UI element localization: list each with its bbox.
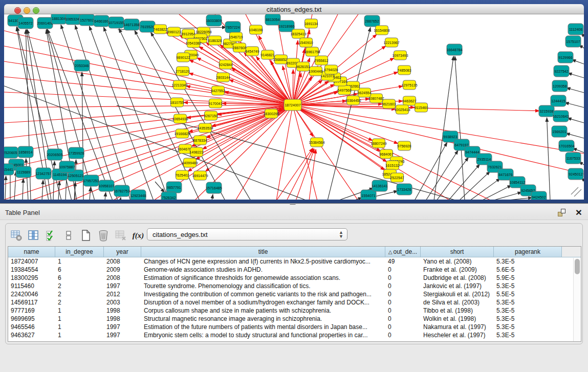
column-header-out_de[interactable]: △out_de... [385,247,421,257]
table-cell[interactable]: 5.3E-5 [494,298,562,307]
table-cell[interactable]: 1998 [104,307,141,315]
table-cell[interactable]: 0 [385,298,421,307]
column-header-short[interactable]: short [421,247,494,257]
table-cell[interactable]: Structural magnetic resonance image aver… [141,315,385,323]
table-chooser-select[interactable]: citations_edges.txt ▲▼ [147,228,347,240]
table-cell[interactable]: Estimation of significance thresholds fo… [141,274,385,282]
table-cell[interactable]: Wolkin et al. (1998) [421,315,494,323]
table-cell[interactable]: 1 [55,331,104,339]
table-cell[interactable]: 5.5E-5 [494,290,562,298]
table-cell[interactable]: Estimation of the future numbers of pati… [141,323,385,331]
table-cell[interactable]: 1 [55,323,104,331]
table-row[interactable]: 2242004622012Investigating the contribut… [8,290,581,298]
table-cell[interactable]: Tourette syndrome. Phenomenology and cla… [141,282,385,290]
table-cell[interactable]: 5.3E-5 [494,257,562,266]
table-cell[interactable]: 5.9E-5 [494,274,562,282]
table-cell[interactable]: 0 [385,323,421,331]
table-cell[interactable]: Genome-wide association studies in ADHD. [141,266,385,274]
delete-table-button[interactable] [113,228,128,243]
network-canvas[interactable]: 5413054140557220691406188130410653247152… [4,14,584,200]
table-row[interactable]: 1938455462009Genome-wide association stu… [8,266,581,274]
table-cell[interactable]: 2 [55,290,104,298]
selection-mode-button[interactable] [43,228,59,243]
table-cell[interactable]: 2003 [104,298,141,307]
table-cell[interactable]: Corpus callosum shape and size in male p… [141,307,385,315]
table-cell[interactable]: 49 [385,257,421,266]
table-cell[interactable]: 5.3E-5 [494,282,562,290]
scrollbar-thumb[interactable] [575,259,580,274]
column-header-name[interactable]: name [8,247,55,257]
column-header-pagerank[interactable]: pagerank [494,247,562,257]
table-cell[interactable]: Nakamura et al. (1997) [421,323,494,331]
table-cell[interactable]: Franke et al. (2009) [421,266,494,274]
column-visibility-button[interactable] [26,228,41,243]
table-cell[interactable]: 6 [55,266,104,274]
table-cell[interactable]: 1 [55,307,104,315]
table-cell[interactable]: 2008 [104,274,141,282]
delete-column-button[interactable] [96,228,111,243]
table-cell[interactable]: 5.6E-5 [494,266,562,274]
table-settings-button[interactable] [9,228,24,243]
table-row[interactable]: 946554611997Estimation of the future num… [8,323,581,331]
table-cell[interactable]: 0 [385,331,421,339]
table-cell[interactable]: 5.3E-5 [494,315,562,323]
table-cell[interactable]: Jankovic et al. (1997) [421,282,494,290]
table-cell[interactable]: 0 [385,290,421,298]
table-cell[interactable]: 9777169 [8,307,55,315]
table-cell[interactable]: Investigating the contribution of common… [141,290,385,298]
resize-grip[interactable] [571,187,581,196]
table-cell[interactable]: 1997 [104,282,141,290]
table-cell[interactable]: 18300295 [8,274,55,282]
function-builder-button[interactable]: f(x) [130,228,146,243]
column-header-year[interactable]: year [104,247,141,257]
table-cell[interactable]: Hescheler et al. (1997) [421,331,494,339]
table-cell[interactable]: 1997 [104,331,141,339]
row-height-button[interactable] [61,228,76,243]
table-row[interactable]: 911546021997Tourette syndrome. Phenomeno… [8,282,581,290]
column-header-title[interactable]: title [141,247,385,257]
table-cell[interactable]: Tibbo et al. (1998) [421,307,494,315]
table-cell[interactable]: 0 [385,266,421,274]
table-cell[interactable]: 19384554 [8,266,55,274]
table-cell[interactable]: 22420046 [8,290,55,298]
table-cell[interactable]: 9115460 [8,282,55,290]
create-column-button[interactable] [78,228,94,243]
table-cell[interactable]: 1 [55,257,104,266]
table-row[interactable]: 946362711997Embryonic stem cells: a mode… [8,331,581,339]
citation-network-graph[interactable]: 5413054140557220691406188130410653247152… [4,14,584,200]
table-cell[interactable]: 0 [385,282,421,290]
table-cell[interactable]: Embryonic stem cells: a model to study s… [141,331,385,339]
table-cell[interactable]: 9465546 [8,323,55,331]
table-cell[interactable]: 0 [385,315,421,323]
window-titlebar[interactable]: citations_edges.txt [4,4,584,14]
table-cell[interactable]: 1997 [104,323,141,331]
table-row[interactable]: 977716911998Corpus callosum shape and si… [8,307,581,315]
table-cell[interactable]: de Silva et al. (2003) [421,298,494,307]
table-row[interactable]: 1830029562008Estimation of significance … [8,274,581,282]
table-cell[interactable]: Stergiakouli et al. (2012) [421,290,494,298]
table-cell[interactable]: Disruption of a novel member of a sodium… [141,298,385,307]
float-panel-button[interactable] [557,208,567,217]
vertical-scrollbar[interactable] [573,258,580,341]
table-cell[interactable]: 2 [55,298,104,307]
table-row[interactable]: 969969511998Structural magnetic resonanc… [8,315,581,323]
table-cell[interactable]: 5.3E-5 [494,323,562,331]
table-cell[interactable]: 2008 [104,257,141,266]
table-cell[interactable]: 1998 [104,315,141,323]
table-cell[interactable]: 18724007 [8,257,55,266]
column-header-in_degree[interactable]: in_degree [55,247,104,257]
table-row[interactable]: 1456911722003Disruption of a novel membe… [8,298,581,307]
table-cell[interactable]: 0 [385,274,421,282]
table-cell[interactable]: Dudbridge et al. (2008) [421,274,494,282]
table-cell[interactable]: Yano et al. (2008) [421,257,494,266]
table-cell[interactable]: Changes of HCN gene expression and I(f) … [141,257,385,266]
table-cell[interactable]: 5.3E-5 [494,331,562,339]
table-cell[interactable]: 2009 [104,266,141,274]
table-cell[interactable]: 6 [55,274,104,282]
table-cell[interactable]: 5.3E-5 [494,307,562,315]
table-cell[interactable]: 14569117 [8,298,55,307]
table-cell[interactable]: 2 [55,282,104,290]
table-cell[interactable]: 9463627 [8,331,55,339]
table-cell[interactable]: 0 [385,307,421,315]
table-cell[interactable]: 1 [55,315,104,323]
